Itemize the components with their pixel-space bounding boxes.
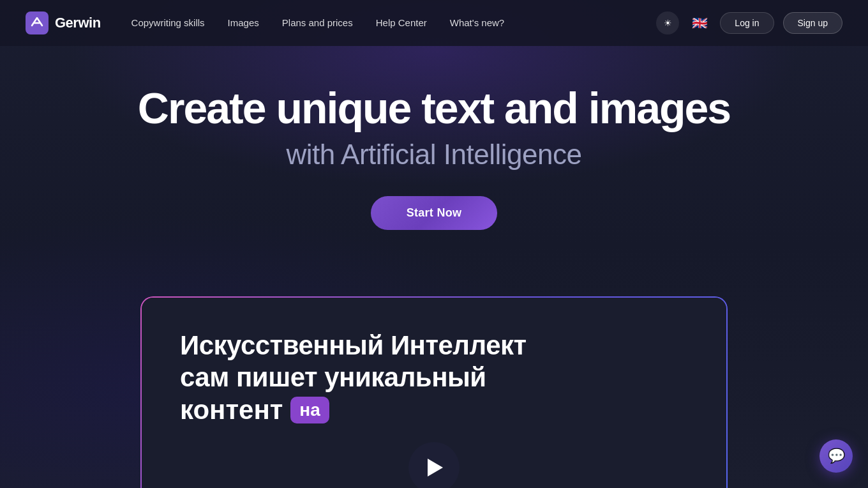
nav-link-plans[interactable]: Plans and prices — [282, 17, 353, 28]
chat-icon: 💬 — [828, 448, 845, 464]
video-inner: Искусственный Интеллект сам пишет уникал… — [142, 298, 726, 488]
video-text-line3: контент на — [180, 394, 527, 426]
theme-toggle-button[interactable]: ☀ — [656, 11, 679, 34]
navbar: Gerwin Copywriting skills Images Plans a… — [0, 0, 868, 46]
start-now-button[interactable]: Start Now — [371, 196, 498, 230]
hero-section: Create unique text and images with Artif… — [0, 46, 868, 230]
na-badge: на — [290, 397, 329, 423]
signup-button[interactable]: Sign up — [783, 12, 842, 34]
play-icon — [428, 459, 443, 477]
video-preview: Искусственный Интеллект сам пишет уникал… — [140, 296, 728, 488]
nav-link-whats-new[interactable]: What's new? — [450, 17, 504, 28]
video-text-content: контент — [180, 394, 283, 426]
hero-subtitle: with Artificial Intelligence — [0, 139, 868, 171]
logo-link[interactable]: Gerwin — [26, 11, 101, 34]
chat-bubble-button[interactable]: 💬 — [819, 439, 853, 473]
nav-links: Copywriting skills Images Plans and pric… — [131, 17, 505, 29]
nav-link-help[interactable]: Help Center — [376, 17, 427, 28]
theme-icon: ☀ — [664, 18, 672, 28]
login-button[interactable]: Log in — [720, 12, 774, 34]
logo-icon — [26, 11, 49, 34]
nav-item-images[interactable]: Images — [228, 17, 259, 29]
flag-icon: 🇬🇧 — [692, 15, 708, 31]
nav-item-plans[interactable]: Plans and prices — [282, 17, 353, 29]
nav-link-copywriting[interactable]: Copywriting skills — [131, 17, 205, 28]
video-text-block: Искусственный Интеллект сам пишет уникал… — [180, 330, 527, 426]
nav-item-copywriting[interactable]: Copywriting skills — [131, 17, 205, 29]
nav-item-help[interactable]: Help Center — [376, 17, 427, 29]
video-text-line2: сам пишет уникальный — [180, 362, 527, 393]
nav-link-images[interactable]: Images — [228, 17, 259, 28]
navbar-right: ☀ 🇬🇧 Log in Sign up — [656, 11, 842, 34]
nav-item-whats-new[interactable]: What's new? — [450, 17, 504, 29]
logo-text: Gerwin — [55, 15, 101, 31]
hero-title: Create unique text and images — [0, 84, 868, 132]
video-text-line1: Искусственный Интеллект — [180, 330, 527, 362]
language-button[interactable]: 🇬🇧 — [688, 11, 711, 34]
navbar-left: Gerwin Copywriting skills Images Plans a… — [26, 11, 504, 34]
play-button[interactable] — [408, 442, 460, 488]
